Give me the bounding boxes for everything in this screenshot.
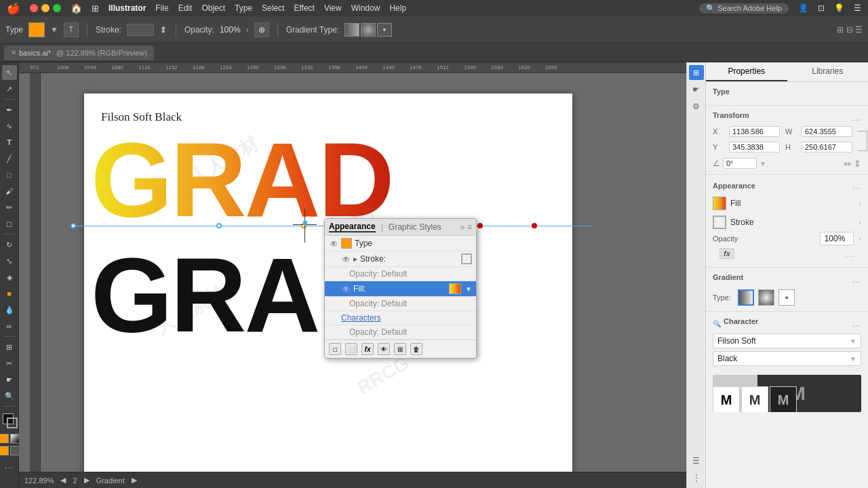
maximize-button[interactable]: [53, 4, 61, 12]
fx-more[interactable]: …: [845, 248, 854, 259]
gradient-chip[interactable]: [10, 434, 20, 443]
type-style-icon[interactable]: T: [64, 22, 79, 37]
characters-label-text[interactable]: Characters: [341, 313, 472, 323]
flip-h-icon[interactable]: ⇔: [844, 159, 851, 169]
menu-window[interactable]: Window: [351, 3, 380, 13]
search-help[interactable]: 🔍 Search Adobe Help: [699, 3, 789, 14]
align-icon[interactable]: ⊕: [254, 22, 269, 37]
blend-tool[interactable]: ∞: [2, 319, 17, 333]
fx-footer-btn[interactable]: fx: [361, 343, 374, 355]
font-style-dropdown[interactable]: Black ▼: [713, 351, 861, 366]
eye-icon-stroke[interactable]: [341, 254, 351, 264]
angle-dropdown[interactable]: ▼: [760, 160, 766, 167]
arrange-icon[interactable]: ⊡: [818, 3, 825, 13]
panel-menu-icon[interactable]: ≡: [467, 222, 472, 232]
menu-object[interactable]: Object: [201, 3, 225, 13]
nav-prev[interactable]: ◀: [60, 476, 66, 485]
font-name-dropdown[interactable]: Filson Soft ▼: [713, 333, 861, 348]
gradient-freeform-btn[interactable]: ✦: [377, 23, 392, 37]
layers-right-icon[interactable]: ☰: [689, 453, 704, 468]
type-color-swatch[interactable]: [28, 22, 45, 37]
constrain-proportions-icon[interactable]: [858, 131, 867, 151]
appearance-more[interactable]: …: [852, 180, 861, 191]
menu-type[interactable]: Type: [235, 3, 252, 13]
apple-menu[interactable]: 🍎: [7, 2, 20, 15]
rp-opacity-input[interactable]: [820, 232, 854, 245]
duplicate-footer-btn[interactable]: ⊞: [394, 343, 406, 355]
workspace-icon[interactable]: ⊞: [92, 3, 99, 14]
stroke-chip[interactable]: [7, 418, 18, 428]
w-input[interactable]: [802, 126, 852, 137]
slice-tool[interactable]: ✂: [2, 356, 17, 371]
app-home-icon[interactable]: 🏠: [71, 3, 82, 14]
paintbrush-tool[interactable]: 🖌: [2, 184, 17, 199]
menu-edit[interactable]: Edit: [178, 3, 193, 13]
menu-view[interactable]: View: [324, 3, 342, 13]
panel-expand-icon[interactable]: »: [460, 222, 465, 232]
more-right-icon[interactable]: ⋮: [689, 470, 704, 485]
orange-chip[interactable]: [0, 446, 9, 455]
properties-tab[interactable]: Properties: [706, 62, 787, 81]
opacity-chevron[interactable]: ›: [246, 25, 249, 35]
char-thumb-2[interactable]: M: [741, 386, 768, 412]
artboard-tool[interactable]: ⊞: [2, 340, 17, 354]
menu-file[interactable]: File: [155, 3, 168, 13]
document-tab[interactable]: ✕ basics.ai* @ 122.89% (RGB/Preview): [4, 45, 154, 60]
eye-footer-btn[interactable]: 👁: [378, 343, 390, 355]
type-tool[interactable]: T: [2, 135, 17, 150]
fill-chevron[interactable]: ▼: [465, 285, 472, 293]
appearance-fill-row[interactable]: Fill: ▼: [325, 281, 476, 297]
appearance-tab[interactable]: Appearance: [329, 222, 376, 232]
discover-icon[interactable]: 💡: [834, 3, 844, 13]
gradient-tool[interactable]: ■: [2, 286, 17, 301]
zoom-tool[interactable]: 🔍: [2, 388, 17, 403]
search-char-icon[interactable]: 🔍: [713, 320, 721, 327]
handle-left[interactable]: [71, 223, 76, 228]
eye-icon-fill[interactable]: [341, 284, 351, 293]
gradient-more[interactable]: …: [852, 274, 861, 285]
ellipsis-menu[interactable]: …: [5, 460, 14, 470]
color-chip[interactable]: [0, 434, 9, 443]
gradient-linear-type-btn[interactable]: [738, 289, 754, 306]
gradient-freeform-type-btn[interactable]: ✦: [778, 289, 795, 306]
settings-right-icon[interactable]: ⚙: [689, 99, 704, 114]
selection-tool[interactable]: ↖: [2, 65, 17, 80]
handle-right1[interactable]: [477, 223, 483, 228]
menu-select[interactable]: Select: [262, 3, 284, 13]
libraries-tab[interactable]: Libraries: [787, 62, 869, 81]
eye-icon-type[interactable]: [329, 239, 338, 248]
arrange-documents-btn[interactable]: ⊞: [689, 65, 704, 80]
gradient-radial-type-btn[interactable]: [758, 289, 774, 306]
hand-tool[interactable]: ☛: [2, 372, 17, 387]
fx-button[interactable]: fx: [719, 248, 734, 259]
nav-next[interactable]: ▶: [84, 476, 90, 485]
stroke-chevron-right[interactable]: ›: [859, 219, 861, 226]
add-new-icon[interactable]: □: [329, 343, 341, 355]
angle-input[interactable]: [723, 158, 757, 169]
delete-footer-btn[interactable]: 🗑: [410, 343, 422, 355]
artboard-dropdown[interactable]: ▶: [132, 476, 137, 485]
direct-selection-tool[interactable]: ↗: [2, 81, 17, 96]
stroke-value-input[interactable]: [127, 24, 154, 36]
dark-chip[interactable]: [10, 446, 20, 455]
stroke-footer-icon[interactable]: ⬜: [345, 343, 357, 355]
eyedropper-tool[interactable]: 💧: [2, 302, 17, 317]
char-thumb-3[interactable]: M: [770, 386, 797, 412]
minimize-button[interactable]: [41, 4, 50, 12]
hamburger-icon[interactable]: ☰: [854, 3, 861, 13]
opacity-chevron-right[interactable]: ›: [859, 235, 861, 243]
x-input[interactable]: [729, 126, 780, 137]
pencil-tool[interactable]: ✏: [2, 200, 17, 215]
transform-more[interactable]: …: [852, 112, 861, 123]
rp-fill-swatch[interactable]: [713, 197, 726, 210]
account-icon[interactable]: 👤: [798, 3, 808, 13]
char-thumb-1[interactable]: M: [713, 386, 740, 412]
rotate-tool[interactable]: ↻: [2, 237, 17, 252]
eraser-tool[interactable]: ◻: [2, 216, 17, 231]
pen-tool[interactable]: ✒: [2, 102, 17, 117]
gradient-radial-btn[interactable]: [361, 23, 376, 37]
char-more[interactable]: …: [852, 318, 861, 329]
handle-right2[interactable]: [532, 223, 537, 228]
menu-help[interactable]: Help: [389, 3, 406, 13]
tab-close-icon[interactable]: ✕: [11, 49, 16, 56]
